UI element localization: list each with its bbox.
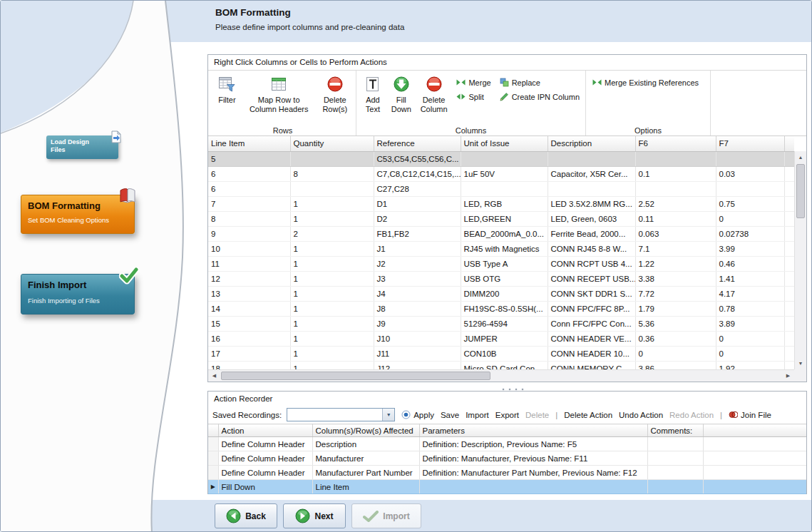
grid-cell[interactable] <box>647 437 703 451</box>
undo-action-button[interactable]: Undo Action <box>619 411 663 419</box>
split-button[interactable]: Split <box>456 92 490 101</box>
grid-cell[interactable] <box>635 181 716 196</box>
table-row[interactable]: 171J11CON10BCONN HEADER 10...00 <box>208 346 794 361</box>
column-header[interactable]: F6 <box>635 136 716 151</box>
grid-cell[interactable]: 16 <box>208 331 290 346</box>
grid-cell[interactable]: 9 <box>208 226 290 241</box>
table-row[interactable]: 71D1LED, RGBLED 3.5X2.8MM RG...2.520.75 <box>208 196 794 211</box>
grid-cell[interactable]: 12 <box>208 271 290 286</box>
grid-cell[interactable]: 6 <box>208 166 290 181</box>
grid-cell[interactable]: 0 <box>635 346 716 361</box>
grid-cell[interactable]: Fill Down <box>218 480 312 494</box>
grid-cell[interactable]: Definition: Manufacturer, Previous Name:… <box>419 451 647 466</box>
grid-cell[interactable]: LED, RGB <box>461 196 548 211</box>
grid-cell[interactable]: 0.78 <box>716 301 784 316</box>
column-header[interactable]: Unit of Issue <box>461 136 548 151</box>
grid-cell[interactable]: LED, Green, 0603 <box>548 211 635 226</box>
grid-cell[interactable]: 7.72 <box>635 286 716 301</box>
grid-cell[interactable]: LED 3.5X2.8MM RG... <box>548 196 635 211</box>
grid-cell[interactable]: D1 <box>374 196 461 211</box>
grid-cell[interactable]: J2 <box>374 256 461 271</box>
grid-cell[interactable]: 1.79 <box>635 301 716 316</box>
grid-cell[interactable]: CONN FPC/FFC 8P... <box>548 301 635 316</box>
grid-cell[interactable]: 14 <box>208 301 290 316</box>
grid-cell[interactable]: Conn FFC/FPC Con... <box>548 316 635 331</box>
scroll-down-button[interactable]: ▼ <box>795 357 806 369</box>
table-row[interactable]: 6C27,C28 <box>208 181 794 196</box>
table-row[interactable]: 92FB1,FB2BEAD_2000mA_0.0...Ferrite Bead,… <box>208 226 794 241</box>
grid-cell[interactable]: C27,C28 <box>374 181 461 196</box>
grid-cell[interactable]: 4.17 <box>716 286 784 301</box>
import-recording-button[interactable]: Import <box>466 411 489 419</box>
grid-cell[interactable]: 13 <box>208 286 290 301</box>
vertical-scrollbar[interactable]: ▲ ▼ <box>794 151 806 369</box>
column-header[interactable]: Line Item <box>208 136 290 151</box>
grid-cell[interactable]: 11 <box>208 256 290 271</box>
grid-cell[interactable]: 1 <box>290 241 374 256</box>
table-row[interactable]: 161J10JUMPERCONN HEADER VE...0.360 <box>208 331 794 346</box>
merge-existing-references-button[interactable]: Merge Existing References <box>592 78 699 87</box>
table-row[interactable]: 141J8FH19SC-8S-0.5SH(...CONN FPC/FFC 8P.… <box>208 301 794 316</box>
scroll-right-button[interactable]: ▶ <box>782 370 794 382</box>
grid-cell[interactable]: 0.75 <box>716 196 784 211</box>
grid-cell[interactable]: FH19SC-8S-0.5SH(... <box>461 301 548 316</box>
fill-down-button[interactable]: Fill Down <box>387 73 416 117</box>
table-row[interactable]: 121J3USB OTGCONN RECEPT USB...3.381.41 <box>208 271 794 286</box>
grid-cell[interactable]: J10 <box>374 331 461 346</box>
grid-cell[interactable] <box>419 480 647 494</box>
column-header[interactable]: Reference <box>374 136 461 151</box>
grid-cell[interactable]: C7,C8,C12,C14,C15,... <box>374 166 461 181</box>
grid-cell[interactable]: J9 <box>374 316 461 331</box>
grid-cell[interactable] <box>635 151 716 166</box>
grid-cell[interactable]: J11 <box>374 346 461 361</box>
grid-cell[interactable]: 5 <box>208 151 290 166</box>
grid-cell[interactable]: Define Column Header <box>218 466 312 480</box>
grid-cell[interactable]: DIMM200 <box>461 286 548 301</box>
grid-cell[interactable] <box>290 151 374 166</box>
grid-cell[interactable]: Line Item <box>312 480 419 494</box>
filter-button[interactable]: Filter <box>212 73 242 108</box>
grid-cell[interactable]: Define Column Header <box>218 437 312 451</box>
grid-cell[interactable]: BEAD_2000mA_0.0... <box>461 226 548 241</box>
apply-button[interactable]: Apply <box>401 410 434 419</box>
grid-cell[interactable]: 17 <box>208 346 290 361</box>
grid-cell[interactable]: CONN HEADER 10... <box>548 346 635 361</box>
column-header[interactable]: Parameters <box>419 424 647 437</box>
grid-cell[interactable]: Definition: Description, Previous Name: … <box>419 437 647 451</box>
grid-cell[interactable]: 1 <box>290 316 374 331</box>
grid-cell[interactable] <box>716 181 784 196</box>
grid-cell[interactable]: 8 <box>208 211 290 226</box>
grid-cell[interactable] <box>461 151 548 166</box>
grid-cell[interactable]: Definition: Manufacturer Part Number, Pr… <box>419 466 647 480</box>
grid-cell[interactable]: 8 <box>290 166 374 181</box>
replace-button[interactable]: Replace <box>500 78 580 87</box>
grid-cell[interactable]: 1 <box>290 286 374 301</box>
table-row[interactable]: ▶Fill DownLine Item <box>208 480 806 494</box>
merge-button[interactable]: Merge <box>456 78 490 87</box>
delete-column-button[interactable]: Delete Column <box>416 73 453 117</box>
horizontal-scrollbar[interactable]: ◀ ▶ <box>208 369 794 382</box>
vertical-scroll-thumb[interactable] <box>796 164 805 218</box>
grid-cell[interactable]: 1 <box>290 331 374 346</box>
grid-cell[interactable]: J4 <box>374 286 461 301</box>
grid-cell[interactable]: 0.1 <box>635 166 716 181</box>
grid-cell[interactable]: 7 <box>208 196 290 211</box>
grid-cell[interactable]: USB Type A <box>461 256 548 271</box>
grid-cell[interactable]: 1.41 <box>716 271 784 286</box>
table-row[interactable]: 101J1RJ45 with MagneticsCONN RJ45 8-8 W.… <box>208 241 794 256</box>
grid-cell[interactable]: CONN RECEPT USB... <box>548 271 635 286</box>
column-header[interactable]: Description <box>548 136 635 151</box>
grid-cell[interactable]: 1 <box>290 271 374 286</box>
grid-cell[interactable]: J3 <box>374 271 461 286</box>
export-recording-button[interactable]: Export <box>495 411 519 419</box>
join-file-button[interactable]: Join File <box>729 410 771 419</box>
grid-cell[interactable]: 10 <box>208 241 290 256</box>
grid-cell[interactable]: 1uF 50V <box>461 166 548 181</box>
grid-cell[interactable]: C53,C54,C55,C56,C... <box>374 151 461 166</box>
grid-cell[interactable] <box>548 151 635 166</box>
grid-cell[interactable]: 3.99 <box>716 241 784 256</box>
table-row[interactable]: 5C53,C54,C55,C56,C... <box>208 151 794 166</box>
grid-cell[interactable]: 2 <box>290 226 374 241</box>
grid-cell[interactable]: 0.02738 <box>716 226 784 241</box>
table-row[interactable]: 68C7,C8,C12,C14,C15,...1uF 50VCapacitor,… <box>208 166 794 181</box>
